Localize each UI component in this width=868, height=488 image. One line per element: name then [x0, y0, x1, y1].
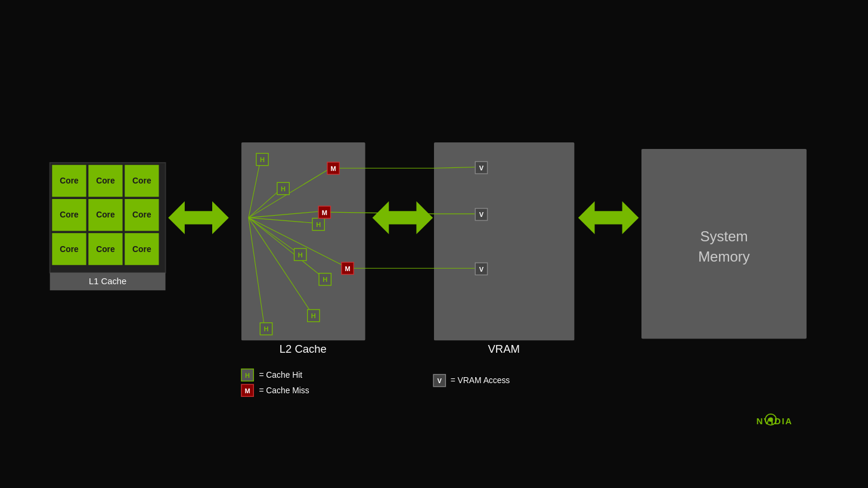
svg-text:=  Cache Hit: = Cache Hit [259, 370, 302, 380]
svg-line-32 [249, 211, 324, 217]
svg-text:NVIDIA: NVIDIA [757, 416, 793, 426]
svg-text:L2 Cache: L2 Cache [280, 343, 327, 355]
svg-rect-5 [125, 165, 159, 197]
svg-rect-44 [308, 310, 320, 322]
svg-text:V: V [479, 211, 484, 218]
svg-text:H: H [298, 251, 303, 259]
svg-rect-1 [52, 165, 86, 197]
svg-rect-40 [294, 248, 306, 260]
svg-rect-17 [125, 233, 159, 265]
svg-marker-21 [168, 201, 229, 234]
svg-rect-79 [433, 374, 445, 386]
svg-text:M: M [322, 209, 327, 216]
svg-text:H: H [264, 325, 268, 332]
svg-text:Core: Core [60, 176, 79, 185]
svg-rect-42 [319, 273, 331, 285]
svg-line-28 [249, 217, 324, 278]
svg-rect-22 [241, 142, 365, 340]
svg-rect-11 [125, 199, 159, 231]
diagram-svg: Core Core Core Core Core Core Core Core … [0, 77, 868, 435]
svg-text:Core: Core [60, 210, 79, 219]
svg-line-55 [330, 212, 434, 214]
svg-text:M: M [244, 387, 250, 394]
svg-line-25 [249, 188, 283, 218]
svg-marker-69 [578, 201, 639, 234]
svg-point-83 [765, 414, 776, 425]
svg-rect-19 [50, 273, 166, 291]
svg-rect-48 [327, 162, 339, 174]
svg-rect-50 [318, 206, 330, 218]
svg-text:H: H [316, 221, 321, 228]
svg-rect-15 [88, 233, 122, 265]
svg-text:V: V [479, 164, 484, 172]
svg-line-31 [249, 167, 332, 217]
svg-rect-67 [475, 263, 487, 275]
svg-text:L1 Cache: L1 Cache [89, 276, 126, 286]
svg-line-30 [249, 217, 265, 328]
svg-text:H: H [260, 156, 265, 163]
svg-text:VRAM: VRAM [488, 343, 520, 355]
slide-title [0, 0, 868, 45]
svg-rect-9 [88, 199, 122, 231]
svg-line-24 [249, 159, 261, 218]
svg-line-29 [249, 217, 313, 315]
svg-text:H: H [245, 372, 250, 379]
svg-marker-57 [373, 201, 433, 234]
svg-text:H: H [311, 312, 316, 319]
svg-text:System: System [700, 228, 748, 244]
svg-rect-46 [260, 323, 272, 335]
svg-text:Core: Core [96, 244, 115, 254]
svg-text:Core: Core [132, 210, 151, 219]
svg-rect-73 [241, 369, 253, 381]
svg-text:H: H [281, 185, 286, 192]
svg-rect-63 [475, 161, 487, 173]
svg-rect-58 [434, 142, 574, 340]
svg-text:Core: Core [96, 210, 115, 219]
svg-rect-52 [342, 262, 354, 274]
svg-line-27 [249, 217, 299, 253]
svg-point-84 [768, 417, 773, 421]
svg-text:=  Cache Miss: = Cache Miss [259, 386, 309, 395]
svg-rect-76 [241, 384, 253, 396]
svg-rect-13 [52, 233, 86, 265]
svg-text:V: V [438, 377, 442, 384]
svg-text:M: M [330, 165, 336, 172]
svg-text:=  VRAM Access: = VRAM Access [451, 375, 510, 385]
svg-text:Core: Core [60, 244, 79, 254]
svg-text:Memory: Memory [698, 248, 750, 265]
svg-rect-70 [641, 149, 807, 338]
svg-text:Core: Core [132, 244, 151, 254]
svg-rect-65 [475, 209, 487, 220]
svg-text:M: M [345, 265, 350, 272]
svg-text:Core: Core [132, 176, 151, 185]
svg-line-33 [249, 217, 346, 267]
svg-rect-38 [312, 218, 324, 230]
svg-text:Core: Core [96, 176, 115, 185]
svg-line-60 [434, 167, 475, 168]
svg-rect-3 [88, 165, 122, 197]
svg-line-26 [249, 217, 317, 223]
svg-text:H: H [323, 276, 327, 283]
svg-rect-36 [277, 182, 289, 194]
svg-rect-34 [256, 153, 268, 165]
svg-rect-0 [50, 163, 166, 273]
svg-text:V: V [479, 266, 484, 273]
svg-rect-7 [52, 199, 86, 231]
